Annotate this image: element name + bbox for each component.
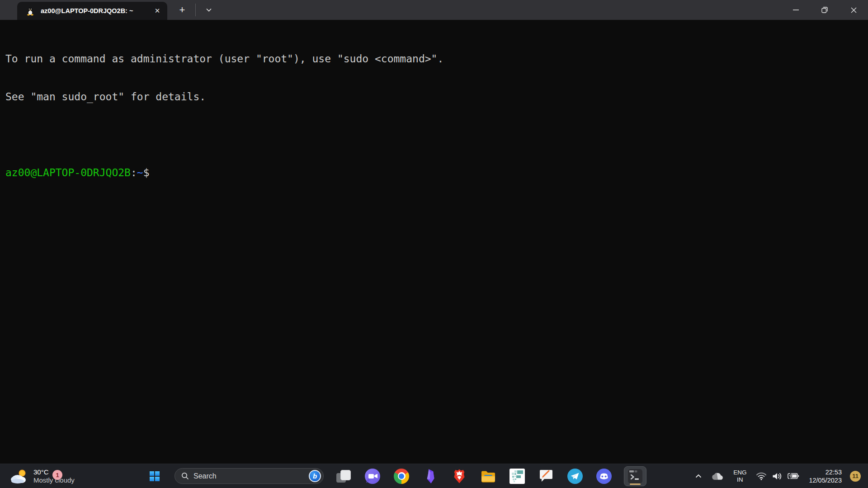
onedrive-cloud-icon — [711, 472, 724, 480]
taskbar: 30°C Mostly cloudy 1 b — [0, 464, 868, 488]
taskbar-app-obsidian[interactable] — [421, 467, 439, 485]
taskbar-center-group: b — [146, 464, 646, 488]
battery-charging-icon — [788, 473, 799, 479]
terminal-prompt: az00@LAPTOP-0DRJQO2B:~$ — [5, 166, 863, 179]
terminal-output[interactable]: To run a command as administrator (user … — [0, 20, 868, 464]
taskbar-app-brave[interactable] — [450, 467, 468, 485]
chevron-up-icon — [695, 474, 702, 478]
onedrive-button[interactable] — [710, 467, 725, 485]
whiteboard-icon — [538, 469, 554, 483]
prompt-dollar: $ — [143, 167, 150, 178]
window-controls — [781, 0, 868, 20]
search-input[interactable] — [193, 472, 304, 480]
close-button[interactable] — [839, 0, 868, 20]
desktop: { "window": { "tab_bar": { "tab_title": … — [0, 0, 868, 488]
wifi-icon — [756, 472, 767, 480]
prompt-path: ~ — [137, 167, 143, 178]
search-icon — [181, 472, 189, 480]
quick-settings-button[interactable] — [755, 467, 801, 485]
chrome-icon — [394, 469, 409, 484]
tux-penguin-icon — [25, 6, 35, 16]
task-view-icon — [336, 469, 351, 484]
terminal-blank-line — [5, 128, 863, 141]
terminal-line: See "man sudo_root" for details. — [5, 90, 863, 103]
notification-count-badge[interactable]: 11 — [850, 471, 861, 482]
chevron-down-icon — [206, 8, 212, 12]
terminal-line: To run a command as administrator (user … — [5, 52, 863, 65]
volume-icon — [772, 472, 782, 480]
task-view-button[interactable] — [335, 467, 353, 485]
taskbar-search[interactable]: b — [175, 468, 324, 484]
video-call-icon — [365, 469, 380, 484]
discord-icon — [596, 469, 612, 484]
language-indicator[interactable]: ENG IN — [732, 467, 748, 485]
active-app-indicator — [630, 483, 641, 485]
brave-icon — [452, 469, 467, 484]
clock[interactable]: 22:53 12/05/2023 — [807, 467, 843, 485]
clock-date: 12/05/2023 — [809, 476, 842, 484]
new-tab-button[interactable]: + — [174, 2, 191, 18]
restore-icon — [821, 7, 828, 13]
prompt-user-host: az00@LAPTOP-0DRJQO2B — [5, 167, 131, 178]
taskbar-app-chrome[interactable] — [392, 467, 410, 485]
taskbar-app-terminal-active[interactable] — [624, 466, 646, 486]
tabbar-divider — [195, 4, 196, 16]
minimize-icon — [793, 9, 799, 10]
start-button[interactable] — [146, 467, 164, 485]
telegram-icon — [567, 469, 583, 484]
tab-dropdown-button[interactable] — [200, 2, 217, 18]
taskbar-app-video-call[interactable] — [363, 467, 382, 485]
restore-button[interactable] — [810, 0, 839, 20]
system-tray: ENG IN — [694, 464, 868, 488]
weather-cloudy-icon — [10, 469, 29, 484]
taskbar-app-file-explorer[interactable] — [479, 467, 497, 485]
tray-overflow-button[interactable] — [694, 467, 703, 485]
taskbar-app-whiteboard[interactable] — [537, 467, 555, 485]
taskbar-app-mosaic[interactable] — [508, 467, 526, 485]
weather-widget[interactable]: 30°C Mostly cloudy 1 — [5, 464, 79, 488]
tab-close-icon[interactable]: ✕ — [151, 5, 164, 17]
clock-time: 22:53 — [809, 468, 842, 476]
obsidian-icon — [424, 469, 437, 484]
weather-notification-badge: 1 — [52, 470, 62, 480]
bing-chat-icon[interactable]: b — [309, 470, 321, 482]
file-explorer-icon — [481, 469, 496, 483]
terminal-tab[interactable]: az00@LAPTOP-0DRJQO2B: ~ ✕ — [17, 2, 167, 20]
taskbar-app-telegram[interactable] — [566, 467, 584, 485]
windows-logo-icon — [150, 471, 160, 481]
close-icon — [851, 7, 857, 13]
prompt-colon: : — [131, 167, 137, 178]
windows-terminal-icon — [628, 469, 642, 483]
tab-title: az00@LAPTOP-0DRJQO2B: ~ — [41, 7, 146, 14]
terminal-titlebar: az00@LAPTOP-0DRJQO2B: ~ ✕ + — [0, 0, 868, 20]
language-code: ENG — [733, 469, 746, 476]
mosaic-app-icon — [509, 469, 525, 484]
taskbar-app-discord[interactable] — [595, 467, 613, 485]
language-region: IN — [733, 476, 746, 483]
minimize-button[interactable] — [781, 0, 810, 20]
